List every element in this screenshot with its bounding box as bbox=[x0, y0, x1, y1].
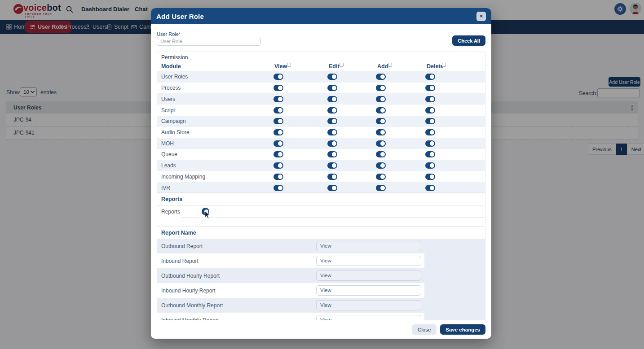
report-name-section: Report Name Outbound Report View Inbound… bbox=[157, 226, 485, 320]
permission-row-ivr: IVR bbox=[157, 182, 485, 193]
edit-toggle[interactable] bbox=[327, 96, 337, 102]
add-user-role-modal: Add User Role × User Role* Check All Per… bbox=[151, 8, 491, 339]
report-permission-select[interactable]: View bbox=[316, 315, 421, 320]
column-delete: Delete bbox=[427, 63, 444, 70]
column-view: View bbox=[274, 63, 287, 70]
permission-section-label: Permission bbox=[161, 54, 188, 61]
view-toggle[interactable] bbox=[273, 96, 283, 102]
view-toggle[interactable] bbox=[273, 174, 283, 180]
delete-toggle[interactable] bbox=[425, 140, 435, 147]
report-permission-select[interactable]: View bbox=[316, 241, 421, 251]
delete-toggle[interactable] bbox=[425, 118, 435, 124]
permission-row-leads: Leads bbox=[157, 160, 485, 171]
close-icon[interactable]: × bbox=[476, 12, 486, 21]
edit-toggle[interactable] bbox=[327, 74, 337, 80]
modal-body: User Role* Check All Permission Module V… bbox=[151, 24, 491, 320]
report-name-header: Report Name bbox=[157, 227, 485, 239]
delete-toggle[interactable] bbox=[425, 107, 435, 113]
add-toggle[interactable] bbox=[376, 185, 386, 191]
add-toggle[interactable] bbox=[376, 74, 386, 80]
reports-row: Reports bbox=[157, 206, 485, 218]
reports-toggle[interactable] bbox=[202, 208, 209, 215]
permission-table-header: Module View Edit Add Delete bbox=[157, 62, 485, 71]
delete-toggle[interactable] bbox=[425, 151, 435, 157]
permission-row-queue: Queue bbox=[157, 149, 485, 160]
permission-row-user-roles: User Roles bbox=[157, 71, 485, 83]
delete-toggle[interactable] bbox=[425, 129, 435, 135]
permission-row-audio-store: Audio Store bbox=[157, 127, 485, 138]
add-toggle[interactable] bbox=[376, 96, 386, 102]
permission-section: Permission Module View Edit Add Delete U… bbox=[157, 52, 485, 193]
edit-toggle[interactable] bbox=[327, 85, 337, 91]
report-permission-select[interactable]: View bbox=[316, 285, 421, 296]
view-toggle[interactable] bbox=[273, 151, 283, 157]
reports-row-label: Reports bbox=[161, 209, 180, 215]
edit-toggle[interactable] bbox=[327, 162, 337, 169]
edit-toggle[interactable] bbox=[327, 129, 337, 135]
report-row-outbound-report: Outbound Report View bbox=[157, 239, 424, 253]
view-toggle[interactable] bbox=[273, 129, 283, 135]
delete-toggle[interactable] bbox=[425, 96, 435, 102]
view-toggle[interactable] bbox=[273, 185, 283, 191]
column-module: Module bbox=[161, 63, 181, 70]
check-all-delete-checkbox[interactable] bbox=[442, 63, 446, 67]
delete-toggle[interactable] bbox=[425, 174, 435, 180]
modal-header: Add User Role × bbox=[151, 8, 491, 24]
edit-toggle[interactable] bbox=[327, 151, 337, 157]
add-toggle[interactable] bbox=[376, 174, 386, 180]
view-toggle[interactable] bbox=[273, 85, 283, 91]
view-toggle[interactable] bbox=[273, 162, 283, 169]
check-all-view-checkbox[interactable] bbox=[287, 63, 291, 67]
report-permission-select[interactable]: View bbox=[316, 300, 421, 310]
add-toggle[interactable] bbox=[376, 85, 386, 91]
report-row-inbound-monthly: Inbound Monthly Report View bbox=[157, 313, 424, 320]
column-edit: Edit bbox=[329, 63, 340, 70]
report-row-inbound-report: Inbound Report View bbox=[157, 253, 424, 268]
view-toggle[interactable] bbox=[273, 140, 283, 147]
report-permission-select[interactable]: View bbox=[316, 256, 421, 266]
close-button[interactable]: Close bbox=[412, 324, 437, 335]
delete-toggle[interactable] bbox=[425, 162, 435, 169]
reports-section-label: Reports bbox=[157, 193, 485, 206]
report-row-outbound-monthly: Outbound Monthly Report View bbox=[157, 298, 424, 313]
permission-row-process: Process bbox=[157, 83, 485, 94]
delete-toggle[interactable] bbox=[425, 85, 435, 91]
delete-toggle[interactable] bbox=[425, 74, 435, 80]
user-role-input[interactable] bbox=[157, 37, 261, 46]
permission-rows: User Roles Process Users bbox=[157, 71, 485, 193]
add-toggle[interactable] bbox=[376, 107, 386, 113]
edit-toggle[interactable] bbox=[327, 140, 337, 147]
view-toggle[interactable] bbox=[273, 74, 283, 80]
permission-row-campaign: Campaign bbox=[157, 116, 485, 127]
add-toggle[interactable] bbox=[376, 162, 386, 169]
permission-row-incoming-mapping: Incoming Mapping bbox=[157, 171, 485, 182]
permission-row-script: Script bbox=[157, 105, 485, 116]
add-toggle[interactable] bbox=[376, 129, 386, 135]
save-changes-button[interactable]: Save changes bbox=[440, 324, 485, 335]
delete-toggle[interactable] bbox=[425, 185, 435, 191]
add-toggle[interactable] bbox=[376, 118, 386, 124]
permission-row-moh: MOH bbox=[157, 138, 485, 149]
add-toggle[interactable] bbox=[376, 151, 386, 157]
edit-toggle[interactable] bbox=[327, 118, 337, 124]
check-all-edit-checkbox[interactable] bbox=[340, 63, 344, 67]
add-toggle[interactable] bbox=[376, 140, 386, 147]
reports-section: Reports Reports bbox=[157, 192, 485, 224]
check-all-add-checkbox[interactable] bbox=[388, 63, 392, 67]
check-all-button[interactable]: Check All bbox=[452, 35, 485, 46]
report-permission-select[interactable]: View bbox=[316, 270, 421, 281]
edit-toggle[interactable] bbox=[327, 174, 337, 180]
modal-title: Add User Role bbox=[156, 13, 204, 20]
screen: voicebot EMPOWER YOUR VOICE Dashboard Di… bbox=[0, 0, 644, 349]
edit-toggle[interactable] bbox=[327, 107, 337, 113]
report-row-outbound-hourly: Outbound Hourly Report View bbox=[157, 268, 424, 283]
report-row-inbound-hourly: Inbound Hourly Report View bbox=[157, 283, 424, 298]
user-role-label: User Role* bbox=[157, 31, 181, 37]
view-toggle[interactable] bbox=[273, 107, 283, 113]
permission-row-users: Users bbox=[157, 93, 485, 105]
edit-toggle[interactable] bbox=[327, 185, 337, 191]
view-toggle[interactable] bbox=[273, 118, 283, 124]
column-add: Add bbox=[377, 63, 388, 70]
modal-footer: Close Save changes bbox=[151, 320, 491, 339]
